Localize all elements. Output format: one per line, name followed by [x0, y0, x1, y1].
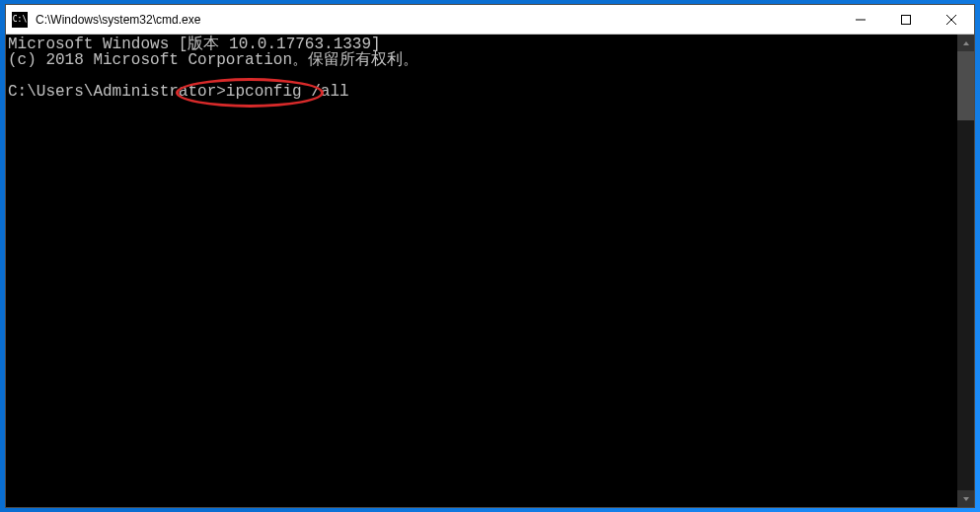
command-text: ipconfig /all: [226, 83, 349, 101]
scrollbar-thumb[interactable]: [957, 51, 974, 120]
vertical-scrollbar[interactable]: [957, 35, 974, 507]
prompt: C:\Users\Administrator>: [8, 83, 226, 101]
scroll-down-button[interactable]: [957, 490, 974, 507]
cmd-window: C:\ C:\Windows\system32\cmd.exe Microsof…: [5, 4, 975, 508]
maximize-icon: [901, 15, 911, 25]
chevron-down-icon: [962, 495, 970, 503]
scrollbar-track[interactable]: [957, 51, 974, 490]
titlebar[interactable]: C:\ C:\Windows\system32\cmd.exe: [6, 5, 974, 35]
chevron-up-icon: [962, 39, 970, 47]
scroll-up-button[interactable]: [957, 35, 974, 51]
close-icon: [946, 15, 956, 25]
console-output[interactable]: Microsoft Windows [版本 10.0.17763.1339] (…: [6, 35, 957, 507]
maximize-button[interactable]: [883, 5, 929, 34]
minimize-button[interactable]: [838, 5, 883, 34]
svg-rect-1: [902, 15, 911, 24]
cmd-icon: C:\: [12, 12, 28, 28]
minimize-icon: [856, 15, 866, 25]
console-area: Microsoft Windows [版本 10.0.17763.1339] (…: [6, 35, 974, 507]
console-line: (c) 2018 Microsoft Corporation。保留所有权利。: [8, 51, 418, 69]
close-button[interactable]: [929, 5, 974, 34]
window-title: C:\Windows\system32\cmd.exe: [36, 13, 838, 27]
window-controls: [838, 5, 974, 34]
